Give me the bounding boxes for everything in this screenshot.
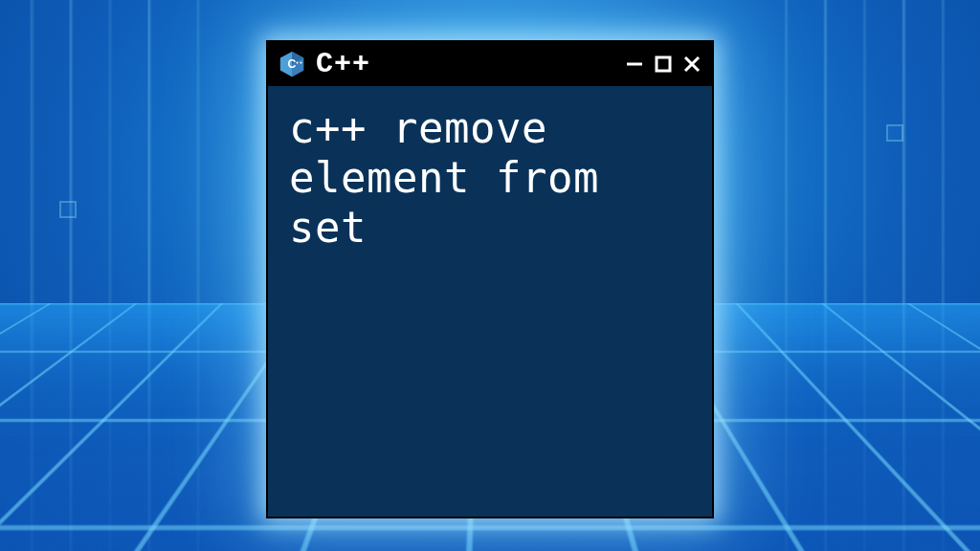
svg-rect-7 xyxy=(657,57,670,71)
terminal-body: c++ remove element from set xyxy=(268,86,712,517)
terminal-text: c++ remove element from set xyxy=(289,103,691,253)
window-controls xyxy=(624,54,702,75)
titlebar[interactable]: C + + C++ xyxy=(268,42,712,86)
window-title: C++ xyxy=(316,48,614,80)
close-icon[interactable] xyxy=(681,54,702,75)
cpp-logo-icon: C + + xyxy=(278,50,306,78)
terminal-window: C + + C++ c++ remove element from set xyxy=(266,40,714,518)
maximize-icon[interactable] xyxy=(653,54,674,75)
minimize-icon[interactable] xyxy=(624,54,645,75)
svg-text:C: C xyxy=(288,57,297,71)
